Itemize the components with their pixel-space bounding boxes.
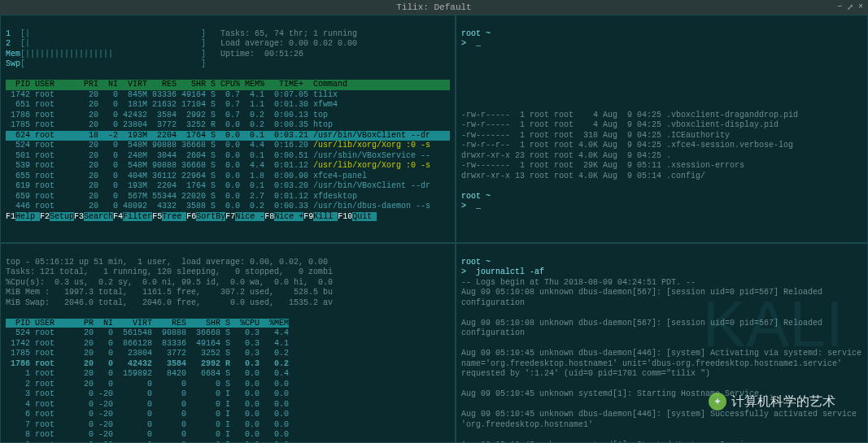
- htop-row[interactable]: 659 root 20 0 567M 55344 22020 S 0.0 2.7…: [6, 192, 357, 201]
- htop-row[interactable]: 619 root 20 0 193M 2204 1764 S 0.0 0.1 0…: [6, 181, 430, 190]
- journal-cmd[interactable]: > journalctl -af: [461, 267, 544, 276]
- htop-fkeys[interactable]: F1Help F2SetupF3SearchF4FilterF5Tree F6S…: [6, 212, 377, 221]
- top-summary: MiB Swap: 2046.0 total, 2046.0 free, 0.0…: [6, 298, 333, 307]
- top-row[interactable]: 1 root 20 0 159892 8420 6684 S 0.0 0.4: [6, 369, 289, 378]
- shell-cursor[interactable]: > _: [461, 202, 481, 211]
- maximize-icon[interactable]: ⤢: [847, 2, 853, 12]
- top-summary: %Cpu(s): 0.3 us, 0.2 sy, 0.0 ni, 99.5 id…: [6, 278, 333, 287]
- top-row[interactable]: 4 root 0 -20 0 0 0 I 0.0 0.0: [6, 400, 289, 409]
- top-summary: Tasks: 121 total, 1 running, 120 sleepin…: [6, 267, 333, 276]
- htop-row[interactable]: 524 root 20 0 548M 90888 36668 S 0.0 4.4…: [6, 141, 430, 150]
- top-row[interactable]: 2 root 20 0 0 0 0 S 0.0 0.0: [6, 380, 289, 389]
- titlebar[interactable]: Tilix: Default − ⤢ ×: [0, 0, 868, 15]
- log-line: Aug 09 05:10:08 unknown dbus-daemon[567]…: [461, 288, 862, 308]
- ls-row: drwxr-xr-x 23 root root 4.0K Aug 9 04:25…: [461, 151, 671, 160]
- shell-cursor[interactable]: > _: [461, 39, 481, 48]
- uptime-line: Uptime: 00:51:26: [220, 50, 303, 59]
- pane-top[interactable]: top - 05:16:12 up 51 min, 1 user, load a…: [0, 243, 456, 443]
- shell-prompt: root ~: [461, 258, 491, 267]
- top-row[interactable]: 1785 root 20 0 23804 3772 3252 S 0.3 0.2: [6, 349, 289, 358]
- htop-row[interactable]: 655 root 20 0 404M 36112 22964 S 0.0 1.8…: [6, 172, 367, 180]
- minimize-icon[interactable]: −: [837, 2, 842, 12]
- shell-prompt: root ~: [461, 192, 491, 201]
- log-line: Aug 09 05:10:45 unknown dbus-daemon[446]…: [461, 410, 862, 430]
- pane-htop[interactable]: 1 [| ] Tasks: 65, 74 thr; 1 running 2 [|…: [0, 15, 456, 243]
- htop-row[interactable]: 539 root 20 0 548M 90888 36668 S 0.0 4.4…: [6, 161, 430, 170]
- cpu2-label: 2: [6, 39, 11, 48]
- top-row[interactable]: 8 root 0 -20 0 0 0 I 0.0 0.0: [6, 430, 289, 439]
- top-row[interactable]: 9 root 0 -20 0 0 0 I 0.0 0.0: [6, 441, 289, 444]
- htop-row[interactable]: 1786 root 20 0 42432 3584 2992 S 0.7 0.2…: [6, 111, 328, 119]
- swp-meter: [ ]: [20, 59, 206, 68]
- cpu1-meter: [| ]: [20, 29, 206, 38]
- log-header: -- Logs begin at Thu 2018-08-09 04:24:51…: [461, 278, 696, 287]
- htop-row[interactable]: 446 root 20 0 48092 4332 3588 S 0.0 0.2 …: [6, 202, 430, 211]
- ls-row: -rw------- 1 root root 29K Aug 9 05:11 .…: [461, 161, 744, 170]
- ls-row: drwxr-xr-x 13 root root 4.0K Aug 9 05:14…: [461, 172, 705, 180]
- ls-row: -rw------- 1 root root 318 Aug 9 04:25 .…: [461, 131, 730, 140]
- htop-row[interactable]: 501 root 20 0 248M 3044 2604 S 0.0 0.1 0…: [6, 151, 430, 160]
- top-row[interactable]: 6 root 0 -20 0 0 0 I 0.0 0.0: [6, 410, 289, 419]
- htop-row[interactable]: 651 root 20 0 181M 21632 17104 S 0.7 1.1…: [6, 100, 338, 109]
- watermark: ✦ 计算机科学的艺术: [709, 393, 835, 410]
- loadavg-line: Load average: 0.00 0.02 0.00: [220, 39, 357, 48]
- ls-row: -rw-r--r-- 1 root root 4.0K Aug 9 04:25 …: [461, 141, 793, 150]
- swp-label: Swp: [6, 59, 20, 68]
- log-line: Aug 09 05:10:08 unknown dbus-daemon[567]…: [461, 319, 862, 339]
- top-row[interactable]: 3 root 0 -20 0 0 0 I 0.0 0.0: [6, 389, 289, 398]
- htop-selected-row[interactable]: 624 root 18 -2 193M 2204 1764 S 0.0 0.1 …: [6, 131, 450, 141]
- pane-shell-ls[interactable]: root ~ > _ -rw-r----- 1 root root 4 Aug …: [456, 15, 868, 243]
- top-summary: MiB Mem : 1997.3 total, 1161.5 free, 307…: [6, 288, 333, 297]
- top-row[interactable]: 524 root 20 0 561548 90888 36668 S 0.3 4…: [6, 328, 289, 337]
- log-line: Aug 09 05:10:45 unknown systemd[1]: Star…: [461, 441, 862, 444]
- top-selected-row[interactable]: 1786 root 20 0 42432 3584 2992 R 0.3 0.2: [6, 359, 289, 368]
- mem-meter: [|||||||||||||||||| ]: [20, 50, 206, 59]
- htop-row[interactable]: 1742 root 20 0 845M 83336 49164 S 0.7 4.…: [6, 90, 338, 99]
- top-header[interactable]: PID USER PR NI VIRT RES SHR S %CPU %MEM: [6, 319, 289, 328]
- shell-prompt: root ~: [461, 29, 491, 38]
- top-row[interactable]: 1742 root 20 0 866128 83336 49164 S 0.3 …: [6, 339, 289, 348]
- ls-row: -rw-r----- 1 root root 4 Aug 9 04:25 .vb…: [461, 111, 798, 119]
- wechat-icon: ✦: [709, 393, 726, 410]
- window-title: Tilix: Default: [396, 2, 471, 12]
- cpu1-label: 1: [6, 29, 11, 38]
- ls-row: -rw-r----- 1 root root 4 Aug 9 04:25 .vb…: [461, 120, 779, 129]
- tasks-line: Tasks: 65, 74 thr; 1 running: [220, 29, 357, 38]
- watermark-text: 计算机科学的艺术: [731, 393, 835, 410]
- htop-header[interactable]: PID USER PRI NI VIRT RES SHR S CPU% MEM%…: [6, 80, 450, 90]
- htop-row[interactable]: 1785 root 20 0 23804 3772 3252 R 0.0 0.2…: [6, 120, 333, 129]
- mem-label: Mem: [6, 50, 20, 59]
- close-icon[interactable]: ×: [858, 2, 863, 12]
- log-line: Aug 09 05:10:45 unknown dbus-daemon[446]…: [461, 349, 862, 380]
- pane-journalctl[interactable]: root ~ > journalctl -af -- Logs begin at…: [456, 243, 868, 443]
- top-summary: top - 05:16:12 up 51 min, 1 user, load a…: [6, 258, 328, 267]
- cpu2-meter: [| ]: [20, 39, 206, 48]
- top-row[interactable]: 7 root 0 -20 0 0 0 I 0.0 0.0: [6, 420, 289, 429]
